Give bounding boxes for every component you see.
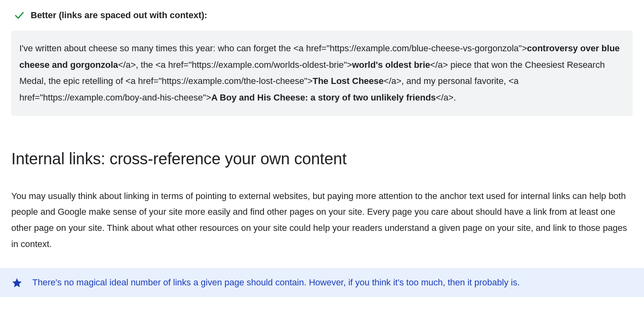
section-body: You may usually think about linking in t… bbox=[11, 188, 633, 252]
code-text: </a>, the <a href="https://example.com/w… bbox=[118, 60, 352, 70]
code-text: I've written about cheese so many times … bbox=[19, 43, 527, 53]
check-icon bbox=[14, 10, 25, 21]
code-link-text: world's oldest brie bbox=[352, 60, 430, 70]
note-callout: There's no magical ideal number of links… bbox=[0, 268, 644, 297]
section-heading: Internal links: cross-reference your own… bbox=[11, 150, 633, 168]
better-example-header: Better (links are spaced out with contex… bbox=[14, 10, 633, 21]
star-icon bbox=[11, 277, 23, 288]
code-example-block: I've written about cheese so many times … bbox=[11, 31, 633, 116]
note-text: There's no magical ideal number of links… bbox=[32, 277, 520, 288]
code-link-text: A Boy and His Cheese: a story of two unl… bbox=[211, 92, 436, 103]
code-link-text: The Lost Cheese bbox=[313, 76, 384, 86]
code-text: </a>. bbox=[436, 92, 456, 103]
better-example-label: Better (links are spaced out with contex… bbox=[31, 10, 207, 21]
